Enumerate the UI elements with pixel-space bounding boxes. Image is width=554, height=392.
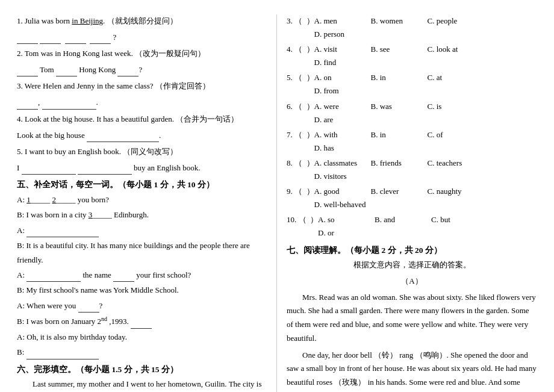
- section6-passage: Last summer, my mother and I went to her…: [17, 378, 267, 392]
- q1-text: 1. Julia was born in Beijing. （就划线部分提问）: [17, 14, 267, 28]
- q4-text: 4. Look at the big house. It has a beaut…: [17, 113, 267, 126]
- section7-subtitle: 根据文意内容，选择正确的答案。: [287, 258, 537, 272]
- choice-row-4: 4. （ ） A. visit B. see C. look at D. fin…: [287, 43, 537, 69]
- choices-6: A. were B. was C. is D. are: [314, 100, 538, 126]
- choice-row-5: 5. （ ） A. on B. in C. at D. from: [287, 71, 537, 98]
- dialogue-b3: B: My first school's name was York Middl…: [17, 283, 267, 297]
- dialogue-b4: B: I was born on January 2nd ,1993.: [17, 314, 267, 329]
- choice-row-7: 7. （ ） A. with B. in C. of D. has: [287, 128, 537, 155]
- q5-blanks: I buy an English book.: [17, 161, 267, 175]
- dialogue-a1: A: 1_____ 2_____ you born?: [17, 193, 267, 207]
- passage-para2: One day, her door bell （铃） rang （鸣响）. Sh…: [287, 349, 537, 392]
- choices-5: A. on B. in C. at D. from: [314, 71, 538, 98]
- q1-underlined: in Beijing: [72, 16, 103, 25]
- section-a-label: （A）: [287, 275, 537, 288]
- dialogue-b2: B: It is a beautiful city. It has many n…: [17, 238, 267, 267]
- dialogue-a2: A:: [17, 223, 267, 237]
- section5-title: 五、补全对话，每空一词。（每小题 1 分，共 10 分）: [17, 179, 267, 190]
- choice-row-3: 3. （ ） A. men B. women C. people D. pers…: [287, 14, 537, 41]
- choice-row-10: 10. （ ） A. so B. and C. but D. or: [287, 213, 537, 240]
- section6-title: 六、完形填空。（每小题 1.5 分，共 15 分）: [17, 364, 267, 375]
- q5-text: 5. I want to buy an English book. （同义句改写…: [17, 145, 267, 158]
- choice-row-8: 8. （ ） A. classmates B. friends C. teach…: [287, 157, 537, 183]
- dialogue-b1: B: I was born in a city 3_____ Edinburgh…: [17, 208, 267, 222]
- choices-3: A. men B. women C. people D. person: [314, 14, 538, 41]
- exam-page: 1. Julia was born in Beijing. （就划线部分提问） …: [0, 0, 554, 392]
- right-column: 3. （ ） A. men B. women C. people D. pers…: [277, 14, 537, 392]
- choices-4: A. visit B. see C. look at D. find: [314, 43, 538, 69]
- passage-para1: Mrs. Read was an old woman. She was abou…: [287, 291, 537, 346]
- q1-blanks: ?: [17, 31, 267, 44]
- choices-10: A. so B. and C. but D. or: [318, 213, 537, 240]
- q3-blanks: , .: [17, 96, 267, 109]
- choice-num-3: 3. （ ）: [287, 14, 314, 28]
- choices-7: A. with B. in C. of D. has: [314, 128, 538, 155]
- choices-9: A. good B. clever C. naughty D. well-beh…: [314, 185, 538, 211]
- dialogue-a3: A: the name your first school?: [17, 268, 267, 282]
- choice-row-9: 9. （ ） A. good B. clever C. naughty D. w…: [287, 185, 537, 211]
- choices-8: A. classmates B. friends C. teachers D. …: [314, 157, 538, 183]
- left-column: 1. Julia was born in Beijing. （就划线部分提问） …: [17, 14, 277, 392]
- q2-text: 2. Tom was in Hong Kong last week. （改为一般…: [17, 47, 267, 60]
- section7-title: 七、阅读理解。（每小题 2 分，共 20 分）: [287, 245, 537, 256]
- q2-blanks: Tom Hong Kong ?: [17, 63, 267, 76]
- choice-row-6: 6. （ ） A. were B. was C. is D. are: [287, 100, 537, 126]
- dialogue-a5: A: Oh, it is also my birthday today.: [17, 330, 267, 344]
- dialogue-b5: B:: [17, 345, 267, 359]
- q4-blanks: Look at the big house .: [17, 129, 267, 142]
- q3-text: 3. Were Helen and Jenny in the same clas…: [17, 79, 267, 93]
- dialogue-a4: A: When were you ?: [17, 299, 267, 313]
